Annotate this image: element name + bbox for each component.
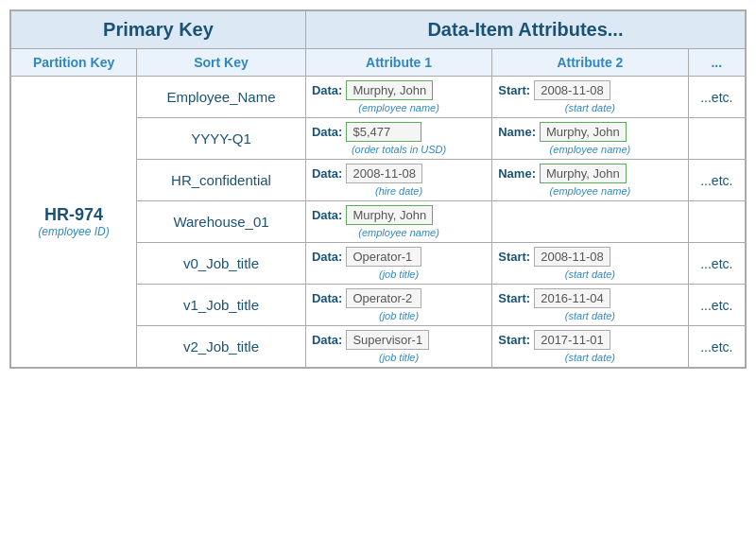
attr2-hint: (employee name) xyxy=(498,185,681,197)
attr1-hint: (job title) xyxy=(312,268,486,280)
attr2-label: Name: xyxy=(498,166,536,181)
attribute1-cell: Data: Supervisor-1 (job title) xyxy=(305,326,491,368)
attribute2-cell: Start: 2016-11-04 (start date) xyxy=(492,285,688,326)
attr2-value-box: Murphy, John xyxy=(540,164,627,183)
attr1-value-box: Supervisor-1 xyxy=(346,330,429,350)
sort-key-cell: v0_Job_title xyxy=(137,243,306,285)
ellipsis-cell: ...etc. xyxy=(688,77,745,118)
ellipsis-cell xyxy=(688,118,745,160)
attribute1-cell: Data: Operator-2 (job title) xyxy=(305,285,491,326)
attr2-label: Start: xyxy=(498,83,530,97)
attr2-label: Start: xyxy=(498,333,530,347)
attr1-label: Data: xyxy=(312,208,343,222)
attr2-hint: (start date) xyxy=(498,268,681,280)
sort-key-cell: Employee_Name xyxy=(137,77,306,118)
attr2-label: Start: xyxy=(498,291,530,305)
sort-key-cell: YYYY-Q1 xyxy=(137,118,306,160)
sort-key-cell: v2_Job_title xyxy=(137,326,306,368)
attr1-label: Data: xyxy=(312,83,343,97)
attributes-header: Data-Item Attributes... xyxy=(305,11,745,49)
attr1-label: Data: xyxy=(312,291,343,305)
ellipsis-col-header: ... xyxy=(688,49,745,77)
attribute2-cell: Start: 2008-11-08 (start date) xyxy=(492,243,688,285)
attr2-value-box: 2016-11-04 xyxy=(534,288,610,308)
sort-key-cell: v1_Job_title xyxy=(137,285,306,326)
primary-key-header: Primary Key xyxy=(11,11,306,49)
attr1-hint: (job title) xyxy=(312,352,486,363)
table-row: HR-974 (employee ID) Employee_Name Data:… xyxy=(11,77,746,118)
attr2-hint: (employee name) xyxy=(498,144,681,155)
sort-key-cell: HR_confidential xyxy=(137,160,306,201)
header-row-1: Primary Key Data-Item Attributes... xyxy=(11,11,746,49)
attr1-hint: (hire date) xyxy=(312,185,486,197)
attr1-label: Data: xyxy=(312,250,343,264)
attr1-hint: (employee name) xyxy=(312,102,486,113)
attr2-value-box: 2008-11-08 xyxy=(534,247,610,267)
attr1-hint: (job title) xyxy=(312,310,486,321)
attr1-label: Data: xyxy=(312,333,343,347)
attr1-hint: (employee name) xyxy=(312,227,486,238)
attr2-value-box: 2017-11-01 xyxy=(534,330,610,350)
partition-key-value: HR-974 xyxy=(15,205,132,225)
attribute1-col-header: Attribute 1 xyxy=(305,49,491,77)
attr1-value-box: Murphy, John xyxy=(346,205,433,225)
attr1-value-box: 2008-11-08 xyxy=(346,164,422,183)
attribute2-col-header: Attribute 2 xyxy=(492,49,688,77)
attribute1-cell: Data: Operator-1 (job title) xyxy=(305,243,491,285)
attribute2-cell: Name: Murphy, John (employee name) xyxy=(492,160,688,201)
ellipsis-cell: ...etc. xyxy=(688,243,745,285)
partition-key-hint: (employee ID) xyxy=(15,225,132,238)
attribute1-cell: Data: Murphy, John (employee name) xyxy=(305,201,491,243)
attr2-label: Name: xyxy=(498,125,536,139)
main-table-container: Primary Key Data-Item Attributes... Part… xyxy=(9,9,747,369)
attribute2-cell: Start: 2017-11-01 (start date) xyxy=(492,326,688,368)
partition-key-cell: HR-974 (employee ID) xyxy=(11,77,137,368)
header-row-2: Partition Key Sort Key Attribute 1 Attri… xyxy=(11,49,746,77)
attr2-value-box: 2008-11-08 xyxy=(534,80,610,100)
attribute2-cell xyxy=(492,201,688,243)
attribute1-cell: Data: Murphy, John (employee name) xyxy=(305,77,491,118)
attr2-hint: (start date) xyxy=(498,102,681,113)
attr1-value-box: $5,477 xyxy=(346,122,421,142)
attribute2-cell: Start: 2008-11-08 (start date) xyxy=(492,77,688,118)
partition-key-col-header: Partition Key xyxy=(11,49,137,77)
attr1-hint: (order totals in USD) xyxy=(312,144,486,155)
sort-key-cell: Warehouse_01 xyxy=(137,201,306,243)
attr1-value-box: Operator-1 xyxy=(346,247,421,267)
ellipsis-cell xyxy=(688,201,745,243)
attr2-value-box: Murphy, John xyxy=(540,122,627,142)
attr1-value-box: Operator-2 xyxy=(346,288,421,308)
ellipsis-cell: ...etc. xyxy=(688,160,745,201)
attr1-label: Data: xyxy=(312,125,343,139)
attr1-value-box: Murphy, John xyxy=(346,80,433,100)
attr2-label: Start: xyxy=(498,250,530,264)
ellipsis-cell: ...etc. xyxy=(688,285,745,326)
attr2-hint: (start date) xyxy=(498,352,681,363)
attribute2-cell: Name: Murphy, John (employee name) xyxy=(492,118,688,160)
attr1-label: Data: xyxy=(312,166,343,181)
attribute1-cell: Data: 2008-11-08 (hire date) xyxy=(305,160,491,201)
sort-key-col-header: Sort Key xyxy=(137,49,306,77)
ellipsis-cell: ...etc. xyxy=(688,326,745,368)
attr2-hint: (start date) xyxy=(498,310,681,321)
attribute1-cell: Data: $5,477 (order totals in USD) xyxy=(305,118,491,160)
